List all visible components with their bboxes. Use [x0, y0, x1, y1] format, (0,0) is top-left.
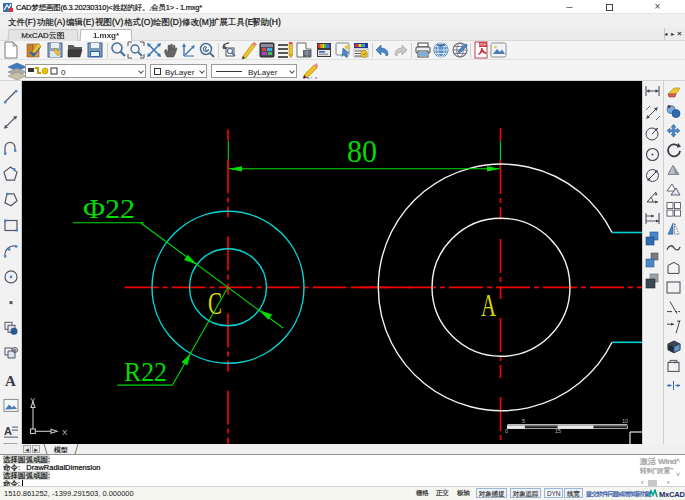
- svg-text:15: 15: [555, 428, 561, 434]
- svg-text:5: 5: [522, 418, 525, 424]
- svg-text:t: t: [311, 75, 313, 79]
- svg-text:C: C: [208, 286, 222, 321]
- svg-text:X: X: [62, 428, 68, 437]
- svg-text:A: A: [5, 373, 16, 389]
- svg-text:o: o: [315, 75, 318, 79]
- svg-text:A: A: [4, 425, 12, 437]
- svg-text:R22: R22: [124, 357, 167, 387]
- svg-text:0: 0: [505, 428, 508, 434]
- svg-text:PDF: PDF: [480, 43, 487, 47]
- svg-text:Φ22: Φ22: [83, 193, 135, 224]
- svg-text:u: u: [307, 75, 309, 79]
- svg-text:10: 10: [622, 418, 628, 424]
- svg-text:80: 80: [347, 133, 377, 169]
- svg-text:Y: Y: [30, 396, 36, 405]
- svg-text:A: A: [481, 287, 496, 323]
